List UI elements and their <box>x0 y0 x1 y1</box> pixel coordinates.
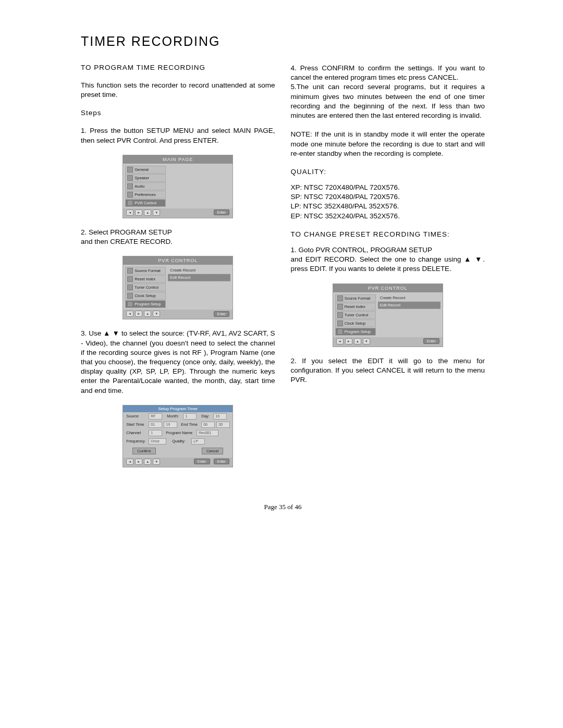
change-step-1b: and EDIT RECORD. Select the one to chang… <box>291 255 485 274</box>
sub-create-record: Create Record <box>168 267 230 274</box>
quality-sp: SP: NTSC 720X480/PAL 720X576. <box>291 192 485 202</box>
menu-item-program-setup: Program Setup <box>125 300 166 308</box>
change-step-2: 2. If you select the EDIT it will go to … <box>291 356 485 385</box>
enter-button: Enter <box>194 459 210 464</box>
change-step-1a: 1. Goto PVR CONTROL, PROGRAM SETUP <box>291 245 485 255</box>
label-quality: Quality: <box>172 439 190 443</box>
nav-left-icon: ◄ <box>126 311 133 317</box>
nav-right-icon: ► <box>135 311 142 317</box>
label-channel: Channel <box>126 430 147 435</box>
enter-button-2: Enter <box>214 459 230 464</box>
field-program-name: Rec001 <box>197 430 218 436</box>
sub-create-record: Create Record <box>378 294 440 302</box>
screenshot-pvr-control: PVR CONTROL Source Format Reset Index Tu… <box>123 256 233 319</box>
label-program-name: Program Name <box>166 430 195 435</box>
screenshot-pvr-control-2: PVR CONTROL Source Format Reset Index Tu… <box>333 283 443 347</box>
nav-up-icon: ▲ <box>144 459 151 465</box>
menu-item-reset-index: Reset Index <box>125 275 166 283</box>
step-2a: 2. Select PROGRAM SETUP <box>81 228 275 237</box>
nav-up-icon: ▲ <box>354 338 361 344</box>
nav-down-icon: ▼ <box>153 459 160 465</box>
quality-label: QUALITY: <box>291 168 485 176</box>
field-st2: 19 <box>164 422 177 428</box>
nav-up-icon: ▲ <box>144 311 151 317</box>
right-column: 4. Press CONFIRM to confirm the settings… <box>291 64 485 477</box>
screenshot-timer-form: Setup Program Timer Source RF Month: 1 D… <box>123 405 233 467</box>
steps-label: Steps <box>81 109 275 117</box>
menu-item-clock-setup: Clock Setup <box>125 292 166 300</box>
intro-text: This function sets the recorder to recor… <box>81 81 275 100</box>
field-et1: 06 <box>201 422 215 428</box>
shot-title: PVR CONTROL <box>123 256 232 265</box>
menu-item-reset-index: Reset Index <box>335 303 376 311</box>
label-frequency: Frequency <box>126 439 147 443</box>
step-5: 5.The unit can record several programs, … <box>291 82 485 120</box>
menu-item-general: General <box>125 166 166 174</box>
menu-item-tuner-control: Tuner Control <box>125 283 166 291</box>
confirm-button: Confirm <box>132 448 155 454</box>
menu-item-program-setup: Program Setup <box>335 328 376 336</box>
step-3: 3. Use ▲ ▼ to select the source: (TV-RF,… <box>81 329 275 396</box>
step-4: 4. Press CONFIRM to confirm the settings… <box>291 64 485 82</box>
field-quality: LP <box>191 438 205 445</box>
shot-title: MAIN PAGE <box>123 155 232 164</box>
field-month: 1 <box>183 413 197 419</box>
nav-left-icon: ◄ <box>126 459 133 465</box>
field-frequency: Once <box>149 438 166 445</box>
field-et2: 30 <box>216 422 230 428</box>
menu-item-preferences: Preferences <box>125 191 166 199</box>
label-month: Month: <box>167 414 181 418</box>
quality-ep: EP: NTSC 352X240/PAL 352X576. <box>291 212 485 221</box>
menu-item-speaker: Speaker <box>125 174 166 182</box>
cancel-button: Cancel <box>202 448 223 454</box>
nav-right-icon: ► <box>345 338 352 344</box>
left-column: TO PROGRAM TIME RECORDING This function … <box>81 64 275 477</box>
quality-xp: XP: NTSC 720X480/PAL 720X576. <box>291 183 485 192</box>
page-title: TIMER RECORDING <box>81 34 485 49</box>
note-text: NOTE: If the unit is in standby mode it … <box>291 130 485 158</box>
nav-left-icon: ◄ <box>336 338 344 344</box>
screenshot-main-page: MAIN PAGE General Speaker Audio Preferen… <box>123 155 233 218</box>
label-start-time: Start Time <box>126 422 147 427</box>
subhead-program: TO PROGRAM TIME RECORDING <box>81 64 275 71</box>
page-number: Page 35 of 46 <box>81 503 485 511</box>
enter-button: Enter <box>214 311 230 317</box>
label-day: Day: <box>201 414 212 418</box>
nav-down-icon: ▼ <box>153 209 160 216</box>
menu-item-tuner-control: Tuner Control <box>335 311 376 319</box>
shot-title: PVR CONTROL <box>333 284 443 292</box>
sub-edit-record: Edit Record <box>168 274 230 281</box>
field-channel: 1 <box>149 430 162 436</box>
menu-item-audio: Audio <box>125 182 166 190</box>
sub-edit-record: Edit Record <box>378 302 440 309</box>
nav-down-icon: ▼ <box>363 338 370 344</box>
label-end-time: End Time <box>181 422 200 427</box>
menu-item-clock-setup: Clock Setup <box>335 319 376 327</box>
form-title: Setup Program Timer <box>123 405 232 412</box>
field-st1: 01 <box>149 422 162 428</box>
enter-button: Enter <box>423 338 439 344</box>
field-source: RF <box>149 413 162 419</box>
enter-button: Enter <box>214 209 230 215</box>
nav-right-icon: ► <box>135 459 142 465</box>
nav-down-icon: ▼ <box>153 311 160 317</box>
menu-item-source-format: Source Format <box>335 294 376 302</box>
quality-lp: LP: NTSC 352X480/PAL 352X576. <box>291 202 485 211</box>
change-heading: TO CHANGE PRESET RECORDING TIMES: <box>291 230 485 238</box>
field-day: 16 <box>213 413 227 419</box>
nav-up-icon: ▲ <box>144 209 151 216</box>
nav-right-icon: ► <box>135 209 142 216</box>
step-2b: and then CREATE RECORD. <box>81 237 275 246</box>
step-1: 1. Press the button SETUP MENU and selec… <box>81 126 275 145</box>
menu-item-source-format: Source Format <box>125 267 166 275</box>
label-source: Source <box>126 414 147 418</box>
menu-item-pvr-control: PVR Control <box>125 199 166 207</box>
nav-left-icon: ◄ <box>126 209 133 216</box>
